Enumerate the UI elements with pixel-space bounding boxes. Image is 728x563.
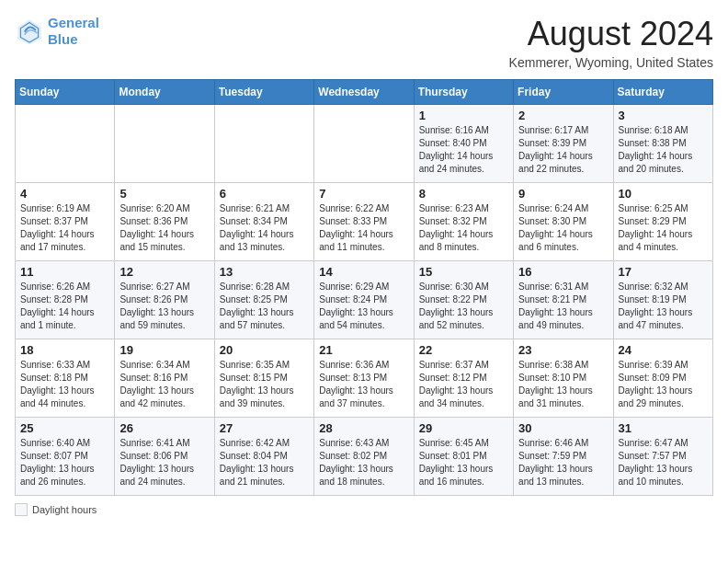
day-number: 3 bbox=[619, 109, 708, 122]
day-number: 17 bbox=[619, 265, 708, 279]
day-info: Sunrise: 6:27 AM Sunset: 8:26 PM Dayligh… bbox=[119, 281, 209, 332]
calendar-cell: 22Sunrise: 6:37 AM Sunset: 8:12 PM Dayli… bbox=[414, 339, 513, 418]
calendar-table: SundayMondayTuesdayWednesdayThursdayFrid… bbox=[15, 79, 713, 496]
day-info: Sunrise: 6:40 AM Sunset: 8:07 PM Dayligh… bbox=[20, 437, 109, 488]
day-info: Sunrise: 6:25 AM Sunset: 8:29 PM Dayligh… bbox=[619, 202, 708, 254]
day-info: Sunrise: 6:29 AM Sunset: 8:24 PM Dayligh… bbox=[319, 281, 408, 332]
calendar-cell: 11Sunrise: 6:26 AM Sunset: 8:28 PM Dayli… bbox=[16, 261, 115, 339]
logo-icon bbox=[15, 17, 44, 46]
calendar-cell: 6Sunrise: 6:21 AM Sunset: 8:34 PM Daylig… bbox=[214, 183, 313, 261]
weekday-header-row: SundayMondayTuesdayWednesdayThursdayFrid… bbox=[16, 80, 713, 105]
logo-line1: General bbox=[48, 15, 99, 30]
day-number: 22 bbox=[419, 343, 508, 357]
day-number: 26 bbox=[119, 421, 209, 435]
day-number: 9 bbox=[518, 187, 608, 201]
calendar-week-row: 11Sunrise: 6:26 AM Sunset: 8:28 PM Dayli… bbox=[16, 261, 713, 339]
calendar-cell: 4Sunrise: 6:19 AM Sunset: 8:37 PM Daylig… bbox=[16, 183, 115, 261]
day-number: 18 bbox=[20, 343, 109, 357]
weekday-header: Tuesday bbox=[214, 80, 313, 105]
calendar-cell: 7Sunrise: 6:22 AM Sunset: 8:33 PM Daylig… bbox=[314, 183, 414, 261]
calendar-cell: 3Sunrise: 6:18 AM Sunset: 8:38 PM Daylig… bbox=[613, 105, 712, 183]
day-number: 16 bbox=[518, 265, 608, 279]
calendar-cell: 21Sunrise: 6:36 AM Sunset: 8:13 PM Dayli… bbox=[314, 339, 414, 418]
location: Kemmerer, Wyoming, United States bbox=[509, 55, 713, 70]
day-number: 28 bbox=[319, 421, 408, 435]
calendar-cell: 9Sunrise: 6:24 AM Sunset: 8:30 PM Daylig… bbox=[514, 183, 613, 261]
day-info: Sunrise: 6:37 AM Sunset: 8:12 PM Dayligh… bbox=[419, 359, 508, 410]
day-info: Sunrise: 6:35 AM Sunset: 8:15 PM Dayligh… bbox=[220, 359, 309, 410]
daylight-legend-box bbox=[15, 503, 28, 516]
calendar-cell: 25Sunrise: 6:40 AM Sunset: 8:07 PM Dayli… bbox=[16, 418, 115, 496]
footer: Daylight hours bbox=[15, 503, 713, 516]
calendar-cell bbox=[16, 105, 115, 183]
day-number: 8 bbox=[419, 187, 508, 201]
day-number: 21 bbox=[319, 343, 408, 357]
calendar-cell: 30Sunrise: 6:46 AM Sunset: 7:59 PM Dayli… bbox=[514, 418, 613, 496]
weekday-header: Sunday bbox=[16, 80, 115, 105]
calendar-cell: 16Sunrise: 6:31 AM Sunset: 8:21 PM Dayli… bbox=[514, 261, 613, 339]
calendar-cell bbox=[115, 105, 214, 183]
weekday-header: Saturday bbox=[613, 80, 712, 105]
day-number: 25 bbox=[20, 421, 109, 435]
day-number: 6 bbox=[220, 187, 309, 201]
day-info: Sunrise: 6:17 AM Sunset: 8:39 PM Dayligh… bbox=[518, 124, 608, 176]
day-info: Sunrise: 6:45 AM Sunset: 8:01 PM Dayligh… bbox=[419, 437, 508, 488]
day-info: Sunrise: 6:24 AM Sunset: 8:30 PM Dayligh… bbox=[518, 202, 608, 254]
calendar-cell: 5Sunrise: 6:20 AM Sunset: 8:36 PM Daylig… bbox=[115, 183, 214, 261]
day-info: Sunrise: 6:19 AM Sunset: 8:37 PM Dayligh… bbox=[20, 202, 109, 254]
day-info: Sunrise: 6:21 AM Sunset: 8:34 PM Dayligh… bbox=[220, 202, 309, 254]
calendar-cell: 13Sunrise: 6:28 AM Sunset: 8:25 PM Dayli… bbox=[214, 261, 313, 339]
calendar-week-row: 18Sunrise: 6:33 AM Sunset: 8:18 PM Dayli… bbox=[16, 339, 713, 418]
day-number: 30 bbox=[518, 421, 608, 435]
calendar-week-row: 1Sunrise: 6:16 AM Sunset: 8:40 PM Daylig… bbox=[16, 105, 713, 183]
weekday-header: Friday bbox=[514, 80, 613, 105]
calendar-cell bbox=[214, 105, 313, 183]
day-info: Sunrise: 6:39 AM Sunset: 8:09 PM Dayligh… bbox=[619, 359, 708, 410]
day-number: 11 bbox=[20, 265, 109, 279]
day-info: Sunrise: 6:36 AM Sunset: 8:13 PM Dayligh… bbox=[319, 359, 408, 410]
day-number: 13 bbox=[220, 265, 309, 279]
month-title: August 2024 bbox=[509, 15, 713, 53]
calendar-cell: 2Sunrise: 6:17 AM Sunset: 8:39 PM Daylig… bbox=[514, 105, 613, 183]
calendar-week-row: 4Sunrise: 6:19 AM Sunset: 8:37 PM Daylig… bbox=[16, 183, 713, 261]
calendar-cell: 15Sunrise: 6:30 AM Sunset: 8:22 PM Dayli… bbox=[414, 261, 513, 339]
logo: General Blue bbox=[15, 15, 99, 48]
calendar-cell: 24Sunrise: 6:39 AM Sunset: 8:09 PM Dayli… bbox=[613, 339, 712, 418]
day-number: 14 bbox=[319, 265, 408, 279]
daylight-label: Daylight hours bbox=[32, 504, 97, 515]
calendar-cell: 14Sunrise: 6:29 AM Sunset: 8:24 PM Dayli… bbox=[314, 261, 414, 339]
day-number: 12 bbox=[119, 265, 209, 279]
daylight-legend: Daylight hours bbox=[15, 503, 97, 516]
day-info: Sunrise: 6:18 AM Sunset: 8:38 PM Dayligh… bbox=[619, 124, 708, 176]
day-info: Sunrise: 6:26 AM Sunset: 8:28 PM Dayligh… bbox=[20, 281, 109, 332]
day-number: 15 bbox=[419, 265, 508, 279]
calendar-cell: 10Sunrise: 6:25 AM Sunset: 8:29 PM Dayli… bbox=[613, 183, 712, 261]
calendar-week-row: 25Sunrise: 6:40 AM Sunset: 8:07 PM Dayli… bbox=[16, 418, 713, 496]
day-info: Sunrise: 6:47 AM Sunset: 7:57 PM Dayligh… bbox=[619, 437, 708, 488]
day-number: 4 bbox=[20, 187, 109, 201]
day-number: 2 bbox=[518, 109, 608, 122]
day-number: 23 bbox=[518, 343, 608, 357]
calendar-cell: 29Sunrise: 6:45 AM Sunset: 8:01 PM Dayli… bbox=[414, 418, 513, 496]
day-number: 24 bbox=[619, 343, 708, 357]
logo-text: General Blue bbox=[48, 15, 99, 48]
calendar-cell bbox=[314, 105, 414, 183]
calendar-cell: 31Sunrise: 6:47 AM Sunset: 7:57 PM Dayli… bbox=[613, 418, 712, 496]
calendar-cell: 8Sunrise: 6:23 AM Sunset: 8:32 PM Daylig… bbox=[414, 183, 513, 261]
day-info: Sunrise: 6:38 AM Sunset: 8:10 PM Dayligh… bbox=[518, 359, 608, 410]
calendar-cell: 26Sunrise: 6:41 AM Sunset: 8:06 PM Dayli… bbox=[115, 418, 214, 496]
calendar-cell: 20Sunrise: 6:35 AM Sunset: 8:15 PM Dayli… bbox=[214, 339, 313, 418]
calendar-cell: 19Sunrise: 6:34 AM Sunset: 8:16 PM Dayli… bbox=[115, 339, 214, 418]
day-info: Sunrise: 6:31 AM Sunset: 8:21 PM Dayligh… bbox=[518, 281, 608, 332]
day-info: Sunrise: 6:34 AM Sunset: 8:16 PM Dayligh… bbox=[119, 359, 209, 410]
calendar-cell: 23Sunrise: 6:38 AM Sunset: 8:10 PM Dayli… bbox=[514, 339, 613, 418]
logo-line2: Blue bbox=[48, 31, 78, 47]
day-info: Sunrise: 6:41 AM Sunset: 8:06 PM Dayligh… bbox=[119, 437, 209, 488]
day-info: Sunrise: 6:43 AM Sunset: 8:02 PM Dayligh… bbox=[319, 437, 408, 488]
weekday-header: Thursday bbox=[414, 80, 513, 105]
calendar-cell: 1Sunrise: 6:16 AM Sunset: 8:40 PM Daylig… bbox=[414, 105, 513, 183]
calendar-cell: 28Sunrise: 6:43 AM Sunset: 8:02 PM Dayli… bbox=[314, 418, 414, 496]
day-number: 7 bbox=[319, 187, 408, 201]
day-number: 29 bbox=[419, 421, 508, 435]
calendar-cell: 27Sunrise: 6:42 AM Sunset: 8:04 PM Dayli… bbox=[214, 418, 313, 496]
